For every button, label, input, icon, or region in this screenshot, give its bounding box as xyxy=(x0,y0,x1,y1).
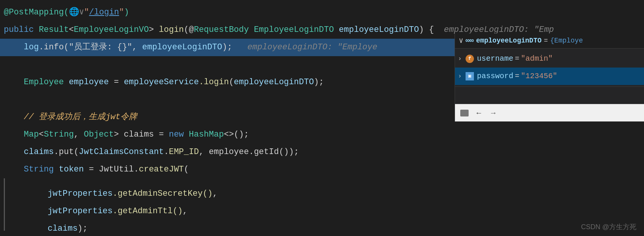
token: < xyxy=(69,21,74,39)
token: /login xyxy=(89,4,119,21)
token: employeeLoginDTO xyxy=(234,74,314,91)
token xyxy=(4,126,24,143)
debug-panel-header: ∨ ∞∞ employeeLoginDTO = {Employe xyxy=(455,33,644,49)
token: .info("员工登录: {}", xyxy=(39,39,142,56)
token xyxy=(8,203,48,220)
token: (@ xyxy=(184,21,194,39)
token: EmployeeLoginDTO xyxy=(254,21,339,39)
token: , xyxy=(74,126,84,143)
token: > xyxy=(149,21,159,39)
token xyxy=(8,220,48,236)
token: > claims = xyxy=(114,126,169,143)
token: @PostMapping( xyxy=(4,4,69,21)
token: EMP_ID xyxy=(169,143,199,161)
debug-icon xyxy=(460,110,469,116)
token: new xyxy=(169,126,189,143)
debug-var-type: ∞∞ xyxy=(466,36,474,46)
token: HashMap xyxy=(189,126,224,143)
username-value: "admin" xyxy=(521,53,553,65)
watermark: CSDN @方生方死 xyxy=(581,222,636,232)
token: employee xyxy=(69,74,109,91)
token: jwtProperties xyxy=(48,203,113,220)
token: ∨ xyxy=(79,4,84,21)
token: < xyxy=(39,126,44,143)
token: ( xyxy=(184,161,189,178)
debug-empty-area xyxy=(455,87,644,104)
password-expand-arrow[interactable]: › xyxy=(458,72,464,81)
token: JwtClaimsConstant xyxy=(79,143,164,161)
debug-tree: › f username = "admin" › ▣ password = "1… xyxy=(455,49,644,87)
token: createJWT xyxy=(139,161,184,178)
token: EmployeeLoginVO xyxy=(74,21,149,39)
debug-equals: = xyxy=(544,36,548,46)
debug-var-name-header: employeeLoginDTO xyxy=(476,36,542,46)
password-var-name: password xyxy=(477,71,513,82)
token: public xyxy=(4,21,39,39)
token: = JwtUtil. xyxy=(84,161,139,178)
debug-panel: ∨ ∞∞ employeeLoginDTO = {Employe › f use… xyxy=(455,33,644,122)
token: ( xyxy=(229,74,234,91)
code-line-1: @PostMapping(🌐∨"/login") xyxy=(0,4,644,21)
debug-toolbar-icon-btn[interactable] xyxy=(459,107,470,119)
username-equals: = xyxy=(515,53,519,65)
code-line-11: jwtProperties.getAdminSecretKey(), xyxy=(0,178,644,196)
token: employeeService xyxy=(124,74,199,91)
token: 🌐 xyxy=(69,4,79,21)
token: Object xyxy=(84,126,114,143)
password-icon: ▣ xyxy=(466,72,474,80)
token: claims xyxy=(24,143,54,161)
expand-icon[interactable]: ∨ xyxy=(459,35,463,47)
code-line-8: Map<String, Object> claims = new HashMap… xyxy=(0,126,644,143)
debug-tree-password[interactable]: › ▣ password = "123456" xyxy=(455,68,644,85)
token: .put( xyxy=(54,143,79,161)
debug-val-hint: {Employe xyxy=(550,36,583,46)
token: employeeLoginDTO: "Employe xyxy=(247,39,377,56)
token xyxy=(8,185,48,203)
debug-forward-btn[interactable]: → xyxy=(488,107,499,119)
code-line-9: claims.put(JwtClaimsConstant.EMP_ID, emp… xyxy=(0,143,644,161)
debug-tree-username[interactable]: › f username = "admin" xyxy=(455,50,644,68)
token: ); xyxy=(222,39,232,56)
password-equals: = xyxy=(515,71,519,82)
token: token xyxy=(59,161,84,178)
token: , xyxy=(213,185,217,203)
token: employeeLoginDTO xyxy=(142,39,222,56)
debug-back-btn[interactable]: ← xyxy=(473,107,485,119)
token: ); xyxy=(78,220,88,236)
token: .getAdminSecretKey() xyxy=(113,185,213,203)
token: String xyxy=(24,161,59,178)
code-line-10: String token = JwtUtil.createJWT( xyxy=(0,161,644,178)
token: <>(); xyxy=(224,126,249,143)
token: Result xyxy=(39,21,69,39)
token: Map xyxy=(24,126,39,143)
token: .getAdminTtl() xyxy=(113,203,183,220)
username-expand-arrow[interactable]: › xyxy=(458,54,464,63)
token: employeeLoginDTO xyxy=(339,21,419,39)
token xyxy=(4,143,24,161)
editor-container: @PostMapping(🌐∨"/login") public Result<E… xyxy=(0,0,644,236)
token: jwtProperties xyxy=(48,185,113,203)
username-var-name: username xyxy=(477,53,513,65)
token: .login xyxy=(199,74,229,91)
token: , xyxy=(183,203,188,220)
username-icon: f xyxy=(466,55,474,63)
token xyxy=(4,161,24,178)
debug-toolbar: ← → xyxy=(455,104,644,121)
password-value: "123456" xyxy=(521,71,557,82)
token: ) xyxy=(124,4,129,21)
token: login xyxy=(159,21,184,39)
token: , employee.getId()); xyxy=(199,143,299,161)
token: claims xyxy=(48,220,78,236)
token: " xyxy=(84,4,89,21)
token: String xyxy=(44,126,74,143)
token xyxy=(4,74,24,91)
token: . xyxy=(164,143,169,161)
token: RequestBody xyxy=(194,21,254,39)
token: " xyxy=(119,4,124,21)
token: ); xyxy=(314,74,324,91)
token: Employee xyxy=(24,74,69,91)
token: = xyxy=(109,74,124,91)
token: // 登录成功后，生成jwt令牌 xyxy=(4,109,137,126)
token: log xyxy=(4,39,39,56)
token: ) { xyxy=(419,21,434,39)
